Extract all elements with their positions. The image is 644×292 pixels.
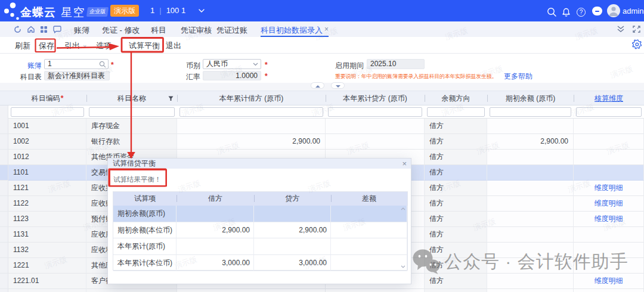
cell-opening[interactable]: 2,900.00	[487, 134, 574, 150]
cell-code[interactable]: 1123	[8, 212, 86, 227]
collapse-up-button[interactable]	[311, 82, 324, 89]
cell-opening[interactable]	[487, 212, 574, 227]
scroll-down-icon[interactable]	[401, 265, 407, 268]
filter-input-debit[interactable]	[179, 107, 323, 117]
cell-code[interactable]: 1221.01	[8, 274, 86, 289]
cell-opening[interactable]	[487, 227, 574, 243]
cell-direction[interactable]: 借方	[425, 196, 487, 212]
cell-code[interactable]: 1122	[8, 196, 86, 212]
dialog-row-1[interactable]: 期初余额(原币)	[113, 206, 407, 222]
cell-dim[interactable]	[574, 119, 644, 134]
org-switcher[interactable]: 1|100 1	[150, 6, 185, 15]
cell-direction[interactable]: 借方	[425, 134, 487, 150]
tab-1[interactable]: 账簿	[74, 25, 89, 36]
toolbar-button-4[interactable]: 选项	[96, 41, 112, 51]
cell-name[interactable]	[86, 289, 177, 292]
cell-opening[interactable]	[487, 243, 574, 258]
cell-code[interactable]: 1001	[8, 119, 86, 134]
cell-direction[interactable]	[425, 289, 487, 292]
toolbar-button-1[interactable]: 刷新	[15, 41, 30, 51]
cell-opening[interactable]	[487, 119, 574, 134]
column-header-dim[interactable]: 核算维度	[574, 91, 644, 106]
scroll-up-icon[interactable]	[401, 207, 407, 210]
cell-dim[interactable]	[574, 289, 644, 292]
cell-code[interactable]	[8, 289, 86, 292]
row-selector[interactable]	[0, 258, 8, 274]
cell-debit[interactable]	[177, 119, 326, 134]
cell-opening[interactable]	[487, 181, 574, 196]
collapse-tabs-icon[interactable]	[617, 25, 625, 33]
cell-credit[interactable]	[326, 119, 425, 134]
cell-debit[interactable]: 2,900.00	[177, 134, 326, 150]
cell-dim[interactable]	[574, 134, 644, 150]
row-selector[interactable]	[0, 165, 8, 181]
cell-debit[interactable]	[177, 289, 326, 292]
dimension-detail-link[interactable]: 维度明细	[595, 184, 623, 192]
grid-row-empty[interactable]	[0, 289, 644, 292]
dialog-row-2[interactable]: 期初余额(本位币)2,900.002,900.00	[113, 222, 407, 239]
toolbar-button-6[interactable]: 退出	[166, 41, 181, 51]
cell-code[interactable]: 1101	[8, 165, 86, 181]
cell-name[interactable]: 银行存款	[86, 134, 177, 150]
grid-row-1001[interactable]: 1001库存现金借方	[0, 119, 644, 134]
column-header-code[interactable]: 科目编码*	[8, 91, 86, 106]
tab-4[interactable]: 凭证审核	[181, 25, 212, 36]
cell-opening[interactable]	[487, 289, 574, 292]
cell-opening[interactable]	[487, 165, 574, 181]
row-selector[interactable]	[0, 134, 8, 150]
cell-opening[interactable]	[487, 150, 574, 165]
cell-name[interactable]: 库存现金	[86, 119, 177, 134]
filter-input-credit[interactable]	[328, 107, 422, 117]
cell-dim[interactable]: 维度明细	[574, 212, 644, 227]
column-header-opening[interactable]: 期初余额 (原币)	[487, 91, 574, 106]
column-header-debit[interactable]: 本年累计借方 (原币)	[177, 91, 326, 106]
collapse-down-button[interactable]	[331, 82, 345, 89]
row-selector[interactable]	[0, 150, 8, 165]
sync-icon[interactable]	[14, 26, 21, 33]
dimension-detail-link[interactable]: 维度明细	[595, 277, 623, 285]
cell-code[interactable]: 1221	[8, 258, 86, 274]
tab-3[interactable]: 科目	[151, 25, 166, 36]
avatar[interactable]	[607, 4, 620, 17]
search-icon[interactable]	[547, 7, 557, 17]
home-icon[interactable]	[27, 25, 35, 33]
cell-direction[interactable]: 借方	[425, 243, 487, 258]
cell-code[interactable]: 1131	[8, 227, 86, 243]
tab-5[interactable]: 凭证过账	[216, 25, 247, 36]
row-selector[interactable]	[0, 227, 8, 243]
filter-input-name[interactable]	[89, 107, 175, 117]
cell-credit[interactable]	[326, 134, 425, 150]
filter-input-direction[interactable]	[427, 107, 485, 117]
dimension-detail-link[interactable]: 维度明细	[595, 215, 623, 223]
filter-input-code[interactable]	[11, 107, 84, 117]
toolbar-button-5[interactable]: 试算平衡	[129, 41, 160, 51]
cell-code[interactable]: 1121	[8, 181, 86, 196]
cell-opening[interactable]	[487, 274, 574, 289]
filter-funnel-icon[interactable]	[168, 96, 174, 101]
cell-dim[interactable]	[574, 258, 644, 274]
cell-dim[interactable]	[574, 150, 644, 165]
assistant-icon[interactable]	[592, 7, 602, 15]
currency-chevron-down-icon[interactable]	[253, 63, 258, 66]
cell-dim[interactable]: 维度明细	[574, 181, 644, 196]
toolbar-button-2[interactable]: 保存	[39, 41, 54, 51]
dialog-row-3[interactable]: 本年累计(原币)	[113, 238, 407, 255]
cell-dim[interactable]: 维度明细	[574, 274, 644, 289]
tab-2[interactable]: 凭证 - 修改	[102, 25, 140, 36]
cell-dim[interactable]	[574, 165, 644, 181]
filter-input-dim[interactable]	[576, 107, 642, 117]
cell-opening[interactable]	[487, 258, 574, 274]
cell-dim[interactable]	[574, 227, 644, 243]
cell-opening[interactable]	[487, 196, 574, 212]
cell-direction[interactable]: 借方	[425, 150, 487, 165]
cell-direction[interactable]: 借方	[425, 119, 487, 134]
cell-direction[interactable]: 借方	[425, 274, 487, 289]
dialog-row-4[interactable]: 本年累计(本位币)3,000.003,000.00	[113, 255, 407, 272]
row-selector[interactable]	[0, 274, 8, 289]
message-icon[interactable]	[53, 26, 61, 33]
cell-credit[interactable]	[326, 289, 425, 292]
filter-input-opening[interactable]	[490, 107, 571, 117]
row-selector[interactable]	[0, 181, 8, 196]
cell-direction[interactable]: 借方	[425, 227, 487, 243]
cell-direction[interactable]: 借方	[425, 258, 487, 274]
